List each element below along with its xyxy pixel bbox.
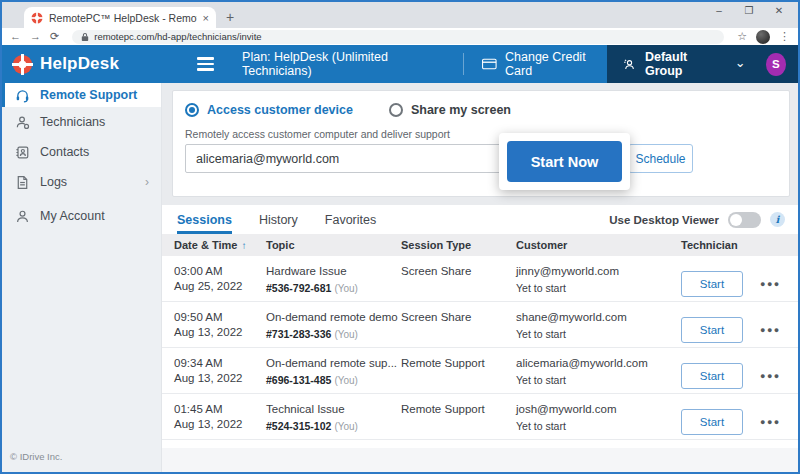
- lock-icon: [81, 32, 89, 42]
- schedule-button[interactable]: Schedule: [628, 144, 693, 173]
- session-date: Aug 25, 2022: [174, 279, 266, 294]
- schedule-label: Schedule: [635, 152, 685, 166]
- session-date: Aug 13, 2022: [174, 417, 266, 432]
- start-now-button[interactable]: Start Now: [507, 141, 622, 182]
- lifebuoy-favicon-icon: [31, 12, 43, 24]
- browser-profile-avatar[interactable]: [756, 30, 770, 44]
- table-row: 09:34 AMAug 13, 2022 On-demand remote su…: [162, 348, 798, 394]
- start-session-button[interactable]: Start: [681, 317, 743, 343]
- column-date-time[interactable]: Date & Time ↑: [174, 239, 266, 251]
- browser-urlbar: ← → ⟳ remotepc.com/hd-app/technicians/in…: [2, 28, 798, 45]
- start-session-button[interactable]: Start: [681, 271, 743, 297]
- column-label: Date & Time: [174, 239, 237, 251]
- main-content: Access customer device Share my screen R…: [162, 83, 798, 472]
- user-avatar[interactable]: S: [766, 53, 786, 76]
- sort-asc-icon: ↑: [241, 240, 246, 251]
- sidebar-item-my-account[interactable]: My Account: [2, 201, 161, 231]
- radio-unselected-icon: [389, 103, 403, 117]
- column-customer[interactable]: Customer: [516, 239, 681, 251]
- more-options-icon[interactable]: ●●●: [760, 371, 781, 381]
- session-id: #524-315-102: [266, 420, 331, 432]
- radio-access-customer-device[interactable]: Access customer device: [185, 103, 353, 117]
- more-options-icon[interactable]: ●●●: [760, 325, 781, 335]
- contacts-icon: [15, 145, 30, 160]
- toggle-knob: [730, 214, 742, 226]
- sessions-tabs: Sessions History Favorites Use Desktop V…: [162, 205, 798, 234]
- group-label: Default Group: [645, 50, 719, 78]
- group-selector[interactable]: Default Group ⌄ S: [607, 45, 798, 83]
- radio-selected-icon: [185, 103, 199, 117]
- bottom-strip: [162, 448, 798, 472]
- session-id: #536-792-681: [266, 282, 331, 294]
- column-session-type[interactable]: Session Type: [401, 239, 516, 251]
- minimize-icon[interactable]: –: [704, 3, 734, 19]
- desktop-viewer-control: Use Desktop Viewer i: [609, 212, 785, 228]
- restore-icon[interactable]: ❐: [734, 3, 764, 19]
- desktop-viewer-toggle[interactable]: [728, 212, 761, 228]
- radio-access-label: Access customer device: [207, 103, 353, 117]
- account-icon: [15, 209, 30, 224]
- sidebar: Remote Support Technicians Contacts Logs…: [2, 83, 162, 472]
- browser-menu-icon[interactable]: ⋮: [779, 31, 790, 42]
- sidebar-item-label: My Account: [40, 209, 105, 223]
- bookmark-star-icon[interactable]: ☆: [737, 31, 747, 42]
- browser-tab[interactable]: RemotePC™ HelpDesk - Remote ×: [24, 7, 216, 28]
- chevron-right-icon: ›: [145, 175, 161, 189]
- app-body: Remote Support Technicians Contacts Logs…: [2, 83, 798, 472]
- session-type: Remote Support: [401, 402, 516, 439]
- session-customer: alicemaria@myworld.com: [516, 356, 681, 371]
- session-customer: shane@myworld.com: [516, 310, 681, 325]
- session-topic: On-demand remote demo: [266, 310, 401, 325]
- table-row: 01:45 AMAug 13, 2022 Technical Issue#524…: [162, 394, 798, 440]
- session-type: Screen Share: [401, 310, 516, 347]
- browser-window: RemotePC™ HelpDesk - Remote × + – ❐ ✕ ← …: [0, 0, 800, 474]
- group-icon: [622, 57, 637, 71]
- sidebar-item-contacts[interactable]: Contacts: [2, 137, 161, 167]
- reload-icon[interactable]: ⟳: [50, 31, 59, 42]
- more-options-icon[interactable]: ●●●: [760, 417, 781, 427]
- more-options-icon[interactable]: ●●●: [760, 279, 781, 289]
- close-window-icon[interactable]: ✕: [764, 3, 794, 19]
- back-icon[interactable]: ←: [10, 31, 21, 42]
- session-date: Aug 13, 2022: [174, 325, 266, 340]
- session-time: 09:34 AM: [174, 356, 266, 371]
- tab-history[interactable]: History: [259, 205, 298, 234]
- brand-name: HelpDesk: [40, 54, 119, 74]
- session-owner: (You): [334, 283, 358, 294]
- credit-card-icon: [482, 58, 497, 70]
- start-session-button[interactable]: Start: [681, 409, 743, 435]
- invite-input-row: Schedule: [185, 144, 779, 173]
- column-technician[interactable]: Technician: [681, 239, 798, 251]
- session-owner: (You): [334, 421, 358, 432]
- sidebar-item-remote-support[interactable]: Remote Support: [2, 83, 161, 107]
- sidebar-item-technicians[interactable]: Technicians: [2, 107, 161, 137]
- app-header: HelpDesk Plan: HelpDesk (Unlimited Techn…: [2, 45, 798, 83]
- hamburger-menu-icon[interactable]: [197, 57, 214, 70]
- forward-icon[interactable]: →: [30, 31, 41, 42]
- table-header: Date & Time ↑ Topic Session Type Custome…: [162, 234, 798, 256]
- radio-share-my-screen[interactable]: Share my screen: [389, 103, 511, 117]
- url-text: remotepc.com/hd-app/technicians/invite: [94, 31, 261, 42]
- address-bar[interactable]: remotepc.com/hd-app/technicians/invite: [72, 30, 724, 44]
- window-controls: – ❐ ✕: [704, 3, 794, 19]
- session-status: Yet to start: [516, 282, 681, 294]
- invite-helper-text: Remotely access customer computer and de…: [185, 128, 779, 140]
- tab-favorites[interactable]: Favorites: [325, 205, 376, 234]
- tab-close-icon[interactable]: ×: [203, 12, 209, 24]
- helpdesk-logo: HelpDesk: [2, 54, 119, 75]
- session-type: Remote Support: [401, 356, 516, 393]
- column-topic[interactable]: Topic: [266, 239, 401, 251]
- sidebar-item-logs[interactable]: Logs ›: [2, 167, 161, 197]
- info-icon[interactable]: i: [770, 212, 785, 227]
- tab-sessions[interactable]: Sessions: [177, 205, 232, 234]
- tab-title: RemotePC™ HelpDesk - Remote: [49, 12, 197, 24]
- radio-share-label: Share my screen: [411, 103, 511, 117]
- headset-icon: [15, 88, 30, 103]
- session-owner: (You): [334, 375, 358, 386]
- session-status: Yet to start: [516, 328, 681, 340]
- session-status: Yet to start: [516, 420, 681, 432]
- new-tab-icon[interactable]: +: [226, 9, 234, 28]
- change-credit-card-button[interactable]: Change Credit Card: [482, 50, 606, 78]
- start-session-button[interactable]: Start: [681, 363, 743, 389]
- session-mode-radios: Access customer device Share my screen: [185, 103, 779, 117]
